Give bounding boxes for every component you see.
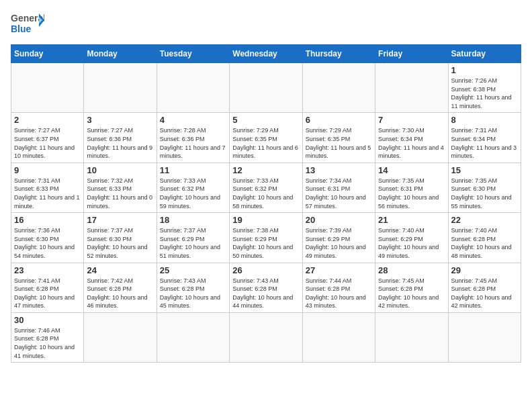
calendar-cell	[84, 63, 157, 113]
day-info: Sunrise: 7:41 AM Sunset: 6:28 PM Dayligh…	[14, 277, 81, 310]
calendar-cell: 28Sunrise: 7:45 AM Sunset: 6:28 PM Dayli…	[375, 263, 448, 312]
calendar-cell: 17Sunrise: 7:37 AM Sunset: 6:30 PM Dayli…	[84, 213, 157, 263]
day-info: Sunrise: 7:33 AM Sunset: 6:32 PM Dayligh…	[232, 177, 299, 210]
calendar-week-row: 9Sunrise: 7:31 AM Sunset: 6:33 PM Daylig…	[11, 163, 521, 212]
calendar-cell: 10Sunrise: 7:32 AM Sunset: 6:33 PM Dayli…	[84, 163, 157, 212]
day-info: Sunrise: 7:35 AM Sunset: 6:30 PM Dayligh…	[451, 177, 518, 210]
calendar-week-row: 1Sunrise: 7:26 AM Sunset: 6:38 PM Daylig…	[11, 63, 521, 113]
calendar-cell	[157, 312, 229, 362]
day-info: Sunrise: 7:43 AM Sunset: 6:28 PM Dayligh…	[232, 277, 299, 310]
calendar-cell: 15Sunrise: 7:35 AM Sunset: 6:30 PM Dayli…	[448, 163, 521, 212]
calendar-cell: 16Sunrise: 7:36 AM Sunset: 6:30 PM Dayli…	[11, 213, 84, 263]
calendar-cell: 21Sunrise: 7:40 AM Sunset: 6:29 PM Dayli…	[375, 213, 448, 263]
logo-svg: General Blue	[11, 11, 44, 36]
calendar-cell: 19Sunrise: 7:38 AM Sunset: 6:29 PM Dayli…	[230, 213, 302, 263]
calendar-cell: 26Sunrise: 7:43 AM Sunset: 6:28 PM Dayli…	[230, 263, 302, 312]
calendar-cell	[230, 312, 302, 362]
day-number: 6	[306, 115, 372, 125]
svg-text:Blue: Blue	[11, 24, 32, 34]
day-number: 5	[232, 115, 299, 125]
day-number: 4	[160, 115, 226, 125]
day-info: Sunrise: 7:32 AM Sunset: 6:33 PM Dayligh…	[87, 177, 153, 210]
day-info: Sunrise: 7:40 AM Sunset: 6:28 PM Dayligh…	[451, 226, 518, 260]
day-info: Sunrise: 7:31 AM Sunset: 6:33 PM Dayligh…	[14, 177, 81, 210]
day-number: 19	[232, 215, 299, 225]
calendar-cell	[84, 312, 157, 362]
calendar-cell	[230, 63, 302, 113]
weekday-header-sunday: Sunday	[11, 45, 84, 63]
calendar-cell: 11Sunrise: 7:33 AM Sunset: 6:32 PM Dayli…	[157, 163, 229, 212]
day-number: 30	[14, 315, 81, 325]
calendar-table: SundayMondayTuesdayWednesdayThursdayFrid…	[11, 44, 521, 363]
day-number: 13	[306, 165, 372, 175]
calendar-cell	[375, 312, 448, 362]
calendar-cell: 14Sunrise: 7:35 AM Sunset: 6:31 PM Dayli…	[375, 163, 448, 212]
day-info: Sunrise: 7:38 AM Sunset: 6:29 PM Dayligh…	[232, 226, 299, 260]
calendar-cell: 12Sunrise: 7:33 AM Sunset: 6:32 PM Dayli…	[230, 163, 302, 212]
calendar-cell: 1Sunrise: 7:26 AM Sunset: 6:38 PM Daylig…	[448, 63, 521, 113]
calendar-cell	[375, 63, 448, 113]
calendar-week-row: 16Sunrise: 7:36 AM Sunset: 6:30 PM Dayli…	[11, 213, 521, 263]
day-info: Sunrise: 7:42 AM Sunset: 6:28 PM Dayligh…	[87, 277, 153, 310]
day-number: 10	[87, 165, 153, 175]
day-info: Sunrise: 7:39 AM Sunset: 6:29 PM Dayligh…	[306, 226, 372, 260]
calendar-week-row: 2Sunrise: 7:27 AM Sunset: 6:37 PM Daylig…	[11, 113, 521, 163]
calendar-cell: 24Sunrise: 7:42 AM Sunset: 6:28 PM Dayli…	[84, 263, 157, 312]
day-number: 1	[451, 65, 518, 75]
calendar-cell: 8Sunrise: 7:31 AM Sunset: 6:34 PM Daylig…	[448, 113, 521, 163]
calendar-week-row: 23Sunrise: 7:41 AM Sunset: 6:28 PM Dayli…	[11, 263, 521, 312]
calendar-cell: 4Sunrise: 7:28 AM Sunset: 6:36 PM Daylig…	[157, 113, 229, 163]
calendar-cell: 18Sunrise: 7:37 AM Sunset: 6:29 PM Dayli…	[157, 213, 229, 263]
calendar-cell: 5Sunrise: 7:29 AM Sunset: 6:35 PM Daylig…	[230, 113, 302, 163]
calendar-cell: 9Sunrise: 7:31 AM Sunset: 6:33 PM Daylig…	[11, 163, 84, 212]
calendar-cell: 6Sunrise: 7:29 AM Sunset: 6:35 PM Daylig…	[302, 113, 375, 163]
day-info: Sunrise: 7:40 AM Sunset: 6:29 PM Dayligh…	[378, 226, 445, 260]
day-info: Sunrise: 7:45 AM Sunset: 6:28 PM Dayligh…	[378, 277, 445, 310]
day-info: Sunrise: 7:26 AM Sunset: 6:38 PM Dayligh…	[451, 77, 518, 110]
weekday-header-thursday: Thursday	[302, 45, 375, 63]
calendar-cell: 7Sunrise: 7:30 AM Sunset: 6:34 PM Daylig…	[375, 113, 448, 163]
day-info: Sunrise: 7:45 AM Sunset: 6:28 PM Dayligh…	[451, 277, 518, 310]
calendar-cell: 13Sunrise: 7:34 AM Sunset: 6:31 PM Dayli…	[302, 163, 375, 212]
day-info: Sunrise: 7:27 AM Sunset: 6:36 PM Dayligh…	[87, 126, 153, 160]
calendar-cell: 2Sunrise: 7:27 AM Sunset: 6:37 PM Daylig…	[11, 113, 84, 163]
calendar-cell	[302, 312, 375, 362]
calendar-cell	[448, 312, 521, 362]
calendar-cell: 22Sunrise: 7:40 AM Sunset: 6:28 PM Dayli…	[448, 213, 521, 263]
page-header: General Blue	[11, 11, 521, 36]
calendar-cell: 27Sunrise: 7:44 AM Sunset: 6:28 PM Dayli…	[302, 263, 375, 312]
calendar-week-row: 30Sunrise: 7:46 AM Sunset: 6:28 PM Dayli…	[11, 312, 521, 362]
day-number: 21	[378, 215, 445, 225]
calendar-cell: 23Sunrise: 7:41 AM Sunset: 6:28 PM Dayli…	[11, 263, 84, 312]
day-info: Sunrise: 7:29 AM Sunset: 6:35 PM Dayligh…	[232, 126, 299, 160]
day-info: Sunrise: 7:35 AM Sunset: 6:31 PM Dayligh…	[378, 177, 445, 210]
day-info: Sunrise: 7:30 AM Sunset: 6:34 PM Dayligh…	[378, 126, 445, 160]
day-number: 3	[87, 115, 153, 125]
day-info: Sunrise: 7:36 AM Sunset: 6:30 PM Dayligh…	[14, 226, 81, 260]
calendar-cell	[157, 63, 229, 113]
calendar-cell	[11, 63, 84, 113]
weekday-header-tuesday: Tuesday	[157, 45, 229, 63]
day-number: 28	[378, 265, 445, 275]
day-number: 15	[451, 165, 518, 175]
weekday-header-wednesday: Wednesday	[230, 45, 302, 63]
day-number: 7	[378, 115, 445, 125]
weekday-header-monday: Monday	[84, 45, 157, 63]
day-number: 12	[232, 165, 299, 175]
day-info: Sunrise: 7:27 AM Sunset: 6:37 PM Dayligh…	[14, 126, 81, 160]
day-number: 18	[160, 215, 226, 225]
day-number: 8	[451, 115, 518, 125]
day-number: 9	[14, 165, 81, 175]
calendar-cell: 29Sunrise: 7:45 AM Sunset: 6:28 PM Dayli…	[448, 263, 521, 312]
day-info: Sunrise: 7:37 AM Sunset: 6:29 PM Dayligh…	[160, 226, 226, 260]
day-number: 14	[378, 165, 445, 175]
calendar-cell: 20Sunrise: 7:39 AM Sunset: 6:29 PM Dayli…	[302, 213, 375, 263]
day-number: 22	[451, 215, 518, 225]
logo: General Blue	[11, 11, 44, 36]
day-number: 23	[14, 265, 81, 275]
day-number: 26	[232, 265, 299, 275]
day-number: 29	[451, 265, 518, 275]
day-number: 11	[160, 165, 226, 175]
day-info: Sunrise: 7:43 AM Sunset: 6:28 PM Dayligh…	[160, 277, 226, 310]
day-number: 20	[306, 215, 372, 225]
